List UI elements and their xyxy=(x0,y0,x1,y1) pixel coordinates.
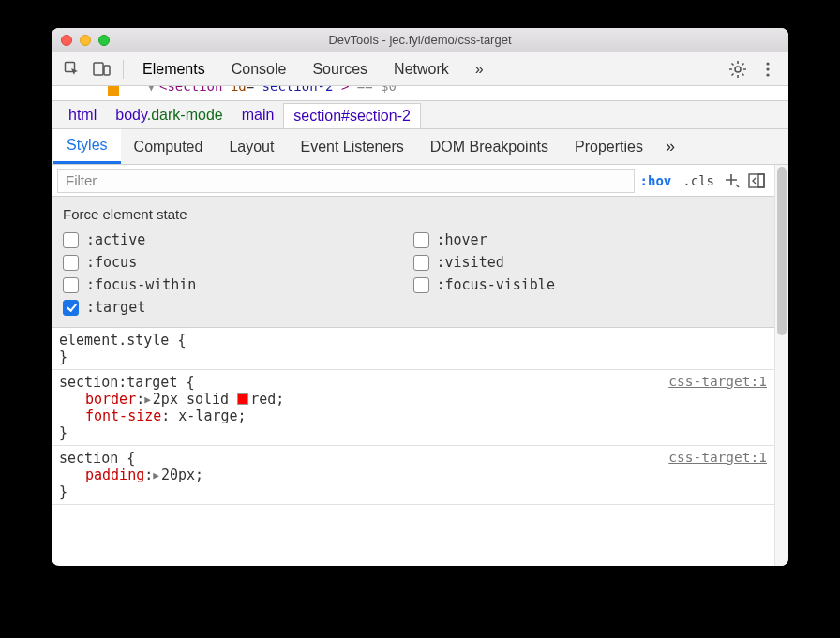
more-tabs-button[interactable]: » xyxy=(462,52,497,85)
window-title: DevTools - jec.fyi/demo/css-target xyxy=(52,33,788,47)
pseudo-target-checkbox[interactable]: :target xyxy=(63,299,413,316)
scrollbar-thumb[interactable] xyxy=(777,167,787,335)
devtools-window: DevTools - jec.fyi/demo/css-target Eleme… xyxy=(52,28,788,566)
checkbox-icon xyxy=(63,255,79,271)
svg-point-6 xyxy=(766,73,769,76)
scrollbar[interactable] xyxy=(774,165,788,566)
decl-font-size[interactable]: font-size: x-large; xyxy=(85,408,767,424)
svg-rect-1 xyxy=(94,63,103,75)
more-subtabs-button[interactable]: » xyxy=(656,137,684,156)
zoom-window-button[interactable] xyxy=(98,35,110,46)
subtab-computed[interactable]: Computed xyxy=(121,129,217,164)
minimize-window-button[interactable] xyxy=(80,35,91,46)
checkbox-icon xyxy=(63,300,79,316)
breadcrumb-html[interactable]: html xyxy=(59,103,106,127)
svg-rect-7 xyxy=(749,174,764,187)
subtab-event-listeners[interactable]: Event Listeners xyxy=(287,129,416,164)
toggle-sidebar-icon[interactable] xyxy=(744,173,769,188)
device-toggle-icon[interactable] xyxy=(87,52,117,85)
expand-shorthand-icon[interactable]: ▶ xyxy=(153,469,159,482)
pseudo-visited-checkbox[interactable]: :visited xyxy=(413,254,764,271)
breadcrumb-main[interactable]: main xyxy=(232,103,284,127)
pseudo-hover-checkbox[interactable]: :hover xyxy=(413,231,764,248)
styles-subtabs: Styles Computed Layout Event Listeners D… xyxy=(52,129,788,165)
svg-rect-2 xyxy=(104,66,110,75)
pseudo-focus-checkbox[interactable]: :focus xyxy=(63,254,413,271)
toolbar-separator xyxy=(123,60,124,79)
main-toolbar: Elements Console Sources Network » xyxy=(52,52,788,86)
checkbox-icon xyxy=(413,255,429,271)
main-panel-tabs: Elements Console Sources Network » xyxy=(129,52,497,85)
new-style-rule-button[interactable] xyxy=(720,172,744,189)
source-link[interactable]: css-target:1 xyxy=(668,374,767,389)
dom-snippet: <section id="section-2"> == $0 xyxy=(159,86,397,94)
checkbox-icon xyxy=(413,277,429,293)
subtab-properties[interactable]: Properties xyxy=(562,129,656,164)
pseudo-focus-within-checkbox[interactable]: :focus-within xyxy=(63,276,413,293)
svg-point-3 xyxy=(735,67,741,72)
force-state-title: Force element state xyxy=(63,206,763,222)
close-window-button[interactable] xyxy=(61,35,72,46)
window-titlebar: DevTools - jec.fyi/demo/css-target xyxy=(52,28,788,52)
force-element-state-panel: Force element state :active :hover :focu… xyxy=(52,197,774,328)
expand-triangle-icon[interactable]: ▼ xyxy=(148,86,155,94)
cls-toggle-button[interactable]: .cls xyxy=(677,173,720,188)
svg-point-4 xyxy=(766,62,769,65)
source-link[interactable]: css-target:1 xyxy=(668,450,767,465)
subtab-dom-breakpoints[interactable]: DOM Breakpoints xyxy=(417,129,562,164)
hov-toggle-button[interactable]: :hov xyxy=(635,173,678,188)
decl-border[interactable]: border:▶2px solid red; xyxy=(85,391,767,408)
breadcrumb-trail: html body.dark-mode main section#section… xyxy=(52,101,788,129)
traffic-lights xyxy=(52,35,110,46)
dom-tree-preview[interactable]: ▼ <section id="section-2"> == $0 xyxy=(52,86,788,101)
decl-padding[interactable]: padding:▶20px; xyxy=(85,467,767,483)
rule-element-style[interactable]: element.style { } xyxy=(52,328,774,370)
rule-section[interactable]: css-target:1 section { padding:▶20px; } xyxy=(52,446,774,505)
pseudo-focus-visible-checkbox[interactable]: :focus-visible xyxy=(413,276,764,293)
subtab-styles[interactable]: Styles xyxy=(53,129,121,164)
style-rules-list: element.style { } css-target:1 section:t… xyxy=(52,328,774,566)
checkbox-icon xyxy=(63,232,79,248)
svg-point-5 xyxy=(766,67,769,70)
tab-sources[interactable]: Sources xyxy=(299,52,381,85)
rule-section-target[interactable]: css-target:1 section:target { border:▶2p… xyxy=(52,370,774,446)
color-swatch-icon[interactable] xyxy=(237,393,248,405)
tab-console[interactable]: Console xyxy=(218,52,300,85)
tab-elements[interactable]: Elements xyxy=(129,52,218,85)
breadcrumb-section[interactable]: section#section-2 xyxy=(283,103,421,128)
kebab-menu-icon[interactable] xyxy=(753,52,783,85)
checkbox-icon xyxy=(413,232,429,248)
filter-input[interactable] xyxy=(57,169,635,193)
svg-rect-8 xyxy=(758,174,764,187)
breadcrumb-body[interactable]: body.dark-mode xyxy=(106,103,232,127)
styles-filter-bar: :hov .cls xyxy=(52,165,774,197)
settings-gear-icon[interactable] xyxy=(723,52,753,85)
pseudo-active-checkbox[interactable]: :active xyxy=(63,231,413,248)
expand-shorthand-icon[interactable]: ▶ xyxy=(144,393,151,406)
checkbox-icon xyxy=(63,277,79,293)
highlight-strip xyxy=(108,86,119,96)
inspect-element-icon[interactable] xyxy=(57,52,87,85)
tab-network[interactable]: Network xyxy=(381,52,462,85)
subtab-layout[interactable]: Layout xyxy=(216,129,287,164)
